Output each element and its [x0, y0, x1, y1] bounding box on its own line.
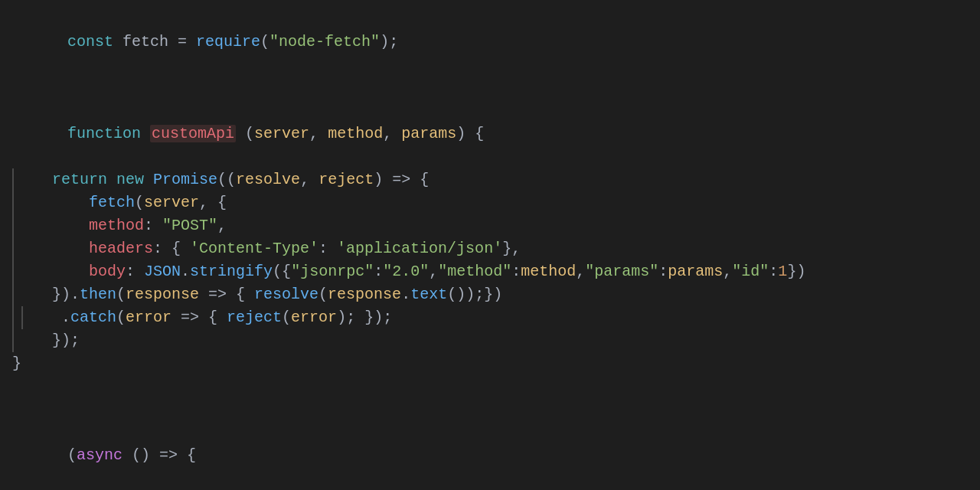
code-line: return new Promise((resolve, reject) => …	[0, 168, 980, 191]
plain-text: ) {	[456, 125, 484, 142]
keyword: const	[67, 33, 113, 51]
plain-text: (	[116, 286, 126, 303]
plain-text: .	[24, 309, 70, 326]
empty-line	[0, 398, 980, 421]
stringify-method: stringify	[190, 263, 273, 280]
plain-text: => {	[172, 309, 227, 326]
plain-text: ,	[576, 263, 585, 280]
plain-text	[144, 171, 153, 188]
param-method: method	[521, 263, 576, 280]
param-params: params	[668, 263, 723, 280]
string-method-key: "method"	[438, 263, 511, 280]
empty-line	[0, 77, 980, 100]
plain-text: ((	[217, 171, 236, 188]
keyword-function: function	[67, 125, 141, 142]
plain-text: },	[502, 240, 521, 257]
keyword-return: return	[52, 171, 107, 188]
plain-text: (	[67, 446, 77, 464]
plain-text: (	[116, 309, 126, 326]
reject-call: reject	[227, 309, 282, 326]
plain-text: ());})	[447, 286, 502, 303]
plain-text: ,	[309, 125, 328, 142]
empty-line	[0, 375, 980, 398]
string-jsonrpc: "jsonrpc"	[291, 263, 374, 280]
parameter-server: server	[144, 194, 199, 211]
string-version: "2.0"	[383, 263, 429, 280]
plain-text: : {	[153, 240, 190, 257]
code-line: }	[0, 352, 980, 375]
plain-text	[107, 171, 116, 188]
property-method: method	[89, 217, 144, 234]
property-body: body	[89, 263, 126, 280]
plain-text: ({	[273, 263, 291, 280]
plain-text: :	[126, 263, 144, 280]
code-line: fetch(server, {	[0, 191, 980, 214]
plain-text: })	[787, 263, 805, 280]
plain-text: :	[658, 263, 668, 280]
plain-text	[15, 263, 89, 280]
plain-text	[15, 171, 52, 188]
plain-text	[15, 240, 89, 257]
code-line: body: JSON.stringify({"jsonrpc":"2.0","m…	[0, 260, 980, 283]
plain-text: }).	[15, 286, 80, 303]
code-line: headers: { 'Content-Type': 'application/…	[0, 237, 980, 260]
param-response2: response	[328, 286, 401, 303]
plain-text: });	[15, 332, 80, 349]
plain-text: .	[401, 286, 410, 303]
string-literal: "node-fetch"	[270, 33, 380, 51]
plain-text: (	[260, 33, 270, 51]
parameter: params	[401, 125, 456, 142]
parameter-reject: reject	[318, 171, 374, 188]
code-line: });	[0, 329, 980, 352]
text-method: text	[410, 286, 447, 303]
plain-text: :	[318, 240, 337, 257]
parameter: server	[254, 125, 309, 142]
then-method: then	[80, 286, 116, 303]
plain-text: ,	[723, 263, 732, 280]
plain-text: .	[181, 263, 190, 280]
plain-text: fetch =	[113, 33, 196, 51]
plain-text: (	[236, 125, 254, 142]
function-fetch: fetch	[89, 194, 135, 211]
plain-text: => {	[199, 286, 254, 303]
code-editor[interactable]: const fetch = require("node-fetch"); fun…	[0, 0, 980, 490]
plain-text: ,	[383, 125, 401, 142]
code-line: }).then(response => { resolve(response.t…	[0, 283, 980, 306]
string-content-type: 'Content-Type'	[190, 240, 318, 257]
function-name: require	[196, 33, 260, 51]
plain-text: ); });	[337, 309, 392, 326]
param-response: response	[126, 286, 199, 303]
plain-text: :	[144, 217, 162, 234]
plain-text	[15, 194, 89, 211]
code-line: method: "POST",	[0, 214, 980, 237]
keyword-new: new	[116, 171, 144, 188]
param-error: error	[126, 309, 172, 326]
string-post: "POST"	[162, 217, 217, 234]
plain-text: (	[282, 309, 291, 326]
plain-text: (	[318, 286, 328, 303]
plain-text: }	[12, 352, 21, 375]
plain-text: :	[374, 263, 383, 280]
number-one: 1	[778, 263, 787, 280]
keyword-async: async	[77, 446, 122, 464]
json-object: JSON	[144, 263, 181, 280]
code-line: .catch(error => { reject(error); });	[0, 306, 980, 329]
plain-text: );	[380, 33, 398, 51]
param-error2: error	[291, 309, 337, 326]
plain-text	[15, 217, 89, 234]
string-id-key: "id"	[732, 263, 769, 280]
parameter: method	[328, 125, 383, 142]
constructor-promise: Promise	[153, 171, 217, 188]
plain-text: ) => {	[374, 171, 429, 188]
code-line: (async () => {	[0, 421, 980, 490]
plain-text: :	[511, 263, 521, 280]
code-line: function customApi (server, method, para…	[0, 100, 980, 168]
function-name-highlighted: customApi	[150, 125, 236, 142]
catch-method: catch	[70, 309, 116, 326]
plain-text: (	[135, 194, 144, 211]
plain-text: ,	[300, 171, 318, 188]
plain-text: () => {	[122, 446, 196, 464]
parameter-resolve: resolve	[236, 171, 300, 188]
resolve-call: resolve	[254, 286, 318, 303]
plain-text: , {	[199, 194, 227, 211]
